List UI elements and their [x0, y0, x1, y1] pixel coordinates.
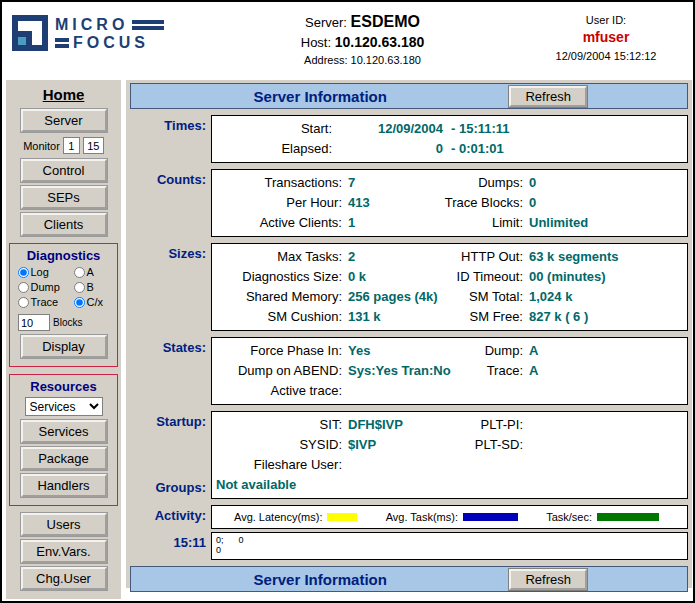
monitor-count-input[interactable] — [83, 137, 104, 154]
diagnostics-size-value: 0 k — [348, 267, 444, 287]
sidebar: Home Server Monitor Control SEPs Clients… — [6, 80, 121, 599]
resources-select[interactable]: Services — [25, 397, 103, 416]
host-label: Host: — [301, 35, 331, 50]
monitor-interval-input[interactable] — [63, 137, 80, 154]
sit-value: DFH$IVP — [348, 415, 444, 435]
fileshare-user-label: Fileshare User: — [216, 455, 348, 475]
cx-radio-input[interactable] — [74, 297, 85, 308]
activity-label: Activity: — [130, 505, 206, 529]
trace-radio[interactable]: Trace — [18, 296, 74, 308]
max-tasks-label: Max Tasks: — [216, 247, 348, 267]
startup-box: SIT: DFH$IVP PLT-PI: SYSID: $IVP PLT-SD:… — [211, 411, 688, 499]
user-id-label: User ID: — [533, 14, 679, 26]
cx-radio[interactable]: C/x — [74, 296, 110, 308]
groups-label: Groups: — [130, 480, 206, 495]
active-clients-value: 1 — [348, 213, 444, 233]
trace-radio-label: Trace — [31, 296, 59, 308]
app-window: MICRO FOCUS Server: ESDEMO Host: 10.120.… — [0, 0, 695, 603]
elapsed-time-value: - 0:01:01 — [443, 139, 683, 159]
seps-button[interactable]: SEPs — [21, 186, 107, 209]
dump-state-value: A — [529, 341, 683, 361]
sizes-section: Sizes: Max Tasks: 2 HTTP Out: 63 k segme… — [130, 243, 688, 331]
log-radio[interactable]: Log — [18, 266, 74, 278]
activity-values-section: 15:11 0; 0 0 — [130, 532, 688, 560]
max-tasks-value: 2 — [348, 247, 444, 267]
id-timeout-label: ID Timeout: — [444, 267, 529, 287]
force-phase-in-label: Force Phase In: — [216, 341, 348, 361]
start-time-value: - 15:11:11 — [443, 119, 683, 139]
fileshare-user-value — [348, 455, 444, 475]
avg-task-label: Avg. Task(ms): — [386, 511, 458, 523]
states-box: Force Phase In: Yes Dump: A Dump on ABEN… — [211, 337, 688, 405]
trace-blocks-value: 0 — [529, 193, 683, 213]
diagnostics-group: Diagnostics Log A Dump B — [9, 243, 118, 367]
server-label: Server: — [305, 15, 347, 30]
activity-section: Activity: Avg. Latency(ms): Avg. Task(ms… — [130, 505, 688, 529]
address-label: Address: — [304, 54, 347, 66]
task-swatch-icon — [463, 513, 518, 521]
services-button[interactable]: Services — [21, 420, 107, 443]
active-trace-label: Active trace: — [216, 381, 348, 401]
times-label: Times: — [130, 115, 206, 163]
avg-latency-label: Avg. Latency(ms): — [234, 511, 322, 523]
logo-bars-icon — [132, 20, 164, 30]
elapsed-days-value: 0 — [338, 139, 443, 159]
trace-blocks-label: Trace Blocks: — [444, 193, 529, 213]
per-hour-value: 413 — [348, 193, 444, 213]
b-radio-label: B — [87, 281, 94, 293]
trace-radio-input[interactable] — [18, 297, 29, 308]
logo-word-micro: MICRO — [55, 16, 128, 34]
shared-memory-value: 256 pages (4k) — [348, 287, 444, 307]
control-button[interactable]: Control — [21, 159, 107, 182]
dump-radio-input[interactable] — [18, 282, 29, 293]
startup-label-column: Startup: Groups: — [130, 411, 206, 499]
micro-focus-logo-icon — [12, 15, 48, 51]
sm-free-value: 827 k ( 6 ) — [529, 307, 683, 327]
id-timeout-value: 00 (minutes) — [529, 267, 683, 287]
a-radio[interactable]: A — [74, 266, 110, 278]
blocks-label: Blocks — [53, 317, 82, 328]
clients-button[interactable]: Clients — [21, 213, 107, 236]
task-per-sec-legend: Task/sec: — [546, 511, 659, 523]
a-radio-label: A — [87, 266, 94, 278]
env-vars-button[interactable]: Env.Vars. — [21, 540, 107, 563]
counts-box: Transactions: 7 Dumps: 0 Per Hour: 413 T… — [211, 169, 688, 237]
logo-text: MICRO FOCUS — [55, 15, 164, 51]
shared-memory-label: Shared Memory: — [216, 287, 348, 307]
timestamp: 12/09/2004 15:12:12 — [533, 50, 679, 62]
server-button[interactable]: Server — [21, 109, 107, 132]
http-out-label: HTTP Out: — [444, 247, 529, 267]
dump-radio[interactable]: Dump — [18, 281, 74, 293]
force-phase-in-value: Yes — [348, 341, 444, 361]
start-date-value: 12/09/2004 — [338, 119, 443, 139]
startup-label: Startup: — [130, 414, 206, 429]
user-id-value: mfuser — [533, 29, 679, 45]
display-button[interactable]: Display — [21, 335, 107, 358]
footer-title: Server Information — [131, 571, 509, 588]
sit-label: SIT: — [216, 415, 348, 435]
elapsed-label: Elapsed: — [216, 139, 338, 159]
refresh-button-top[interactable]: Refresh — [509, 86, 587, 107]
blocks-input[interactable] — [18, 314, 50, 331]
b-radio[interactable]: B — [74, 281, 110, 293]
home-link[interactable]: Home — [6, 86, 121, 103]
active-clients-label: Active Clients: — [216, 213, 348, 233]
sysid-label: SYSID: — [216, 435, 348, 455]
limit-value: Unlimited — [529, 213, 683, 233]
refresh-button-bottom[interactable]: Refresh — [509, 569, 587, 590]
resources-title: Resources — [10, 379, 117, 394]
users-button[interactable]: Users — [21, 513, 107, 536]
diagnostics-size-label: Diagnostics Size: — [216, 267, 348, 287]
b-radio-input[interactable] — [74, 282, 85, 293]
chg-user-button[interactable]: Chg.User — [21, 567, 107, 590]
states-section: States: Force Phase In: Yes Dump: A Dump… — [130, 337, 688, 405]
latency-swatch-icon — [327, 513, 357, 521]
startup-section: Startup: Groups: SIT: DFH$IVP PLT-PI: SY… — [130, 411, 688, 499]
sm-cushion-value: 131 k — [348, 307, 444, 327]
server-information-header-bar: Server Information Refresh — [130, 83, 688, 109]
handlers-button[interactable]: Handlers — [21, 474, 107, 497]
log-radio-input[interactable] — [18, 267, 29, 278]
activity-legend-box: Avg. Latency(ms): Avg. Task(ms): Task/se… — [211, 505, 688, 529]
a-radio-input[interactable] — [74, 267, 85, 278]
package-button[interactable]: Package — [21, 447, 107, 470]
